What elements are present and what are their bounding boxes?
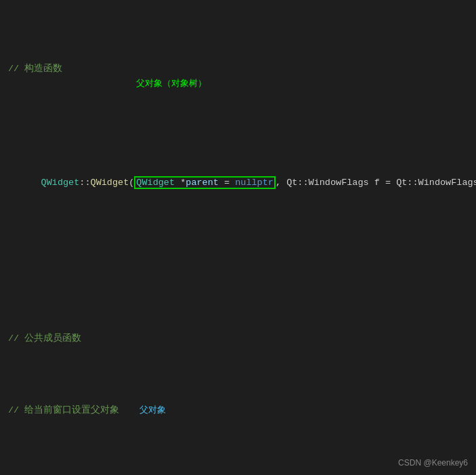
- line-public-members: // 公共成员函数: [8, 332, 468, 346]
- comment-constructor: // 构造函数: [8, 62, 62, 77]
- annotation-parent-obj: 父对象: [139, 403, 166, 417]
- line-constructor-sig: QWidget::QWidget(QWidget *parent = nullp…: [8, 162, 468, 205]
- watermark: CSDN @Keenkey6: [398, 457, 468, 470]
- comment-setparent: // 给当前窗口设置父对象: [8, 404, 119, 418]
- code-widget-constructor: QWidget::QWidget(QWidget *parent = nullp…: [8, 162, 476, 205]
- annotation-parent-obj-tree: 父对象（对象树）: [136, 78, 207, 88]
- line-constructor-comment: // 构造函数 父对象（对象树）: [8, 62, 468, 106]
- line-setparent-comment: // 给当前窗口设置父对象 父对象: [8, 403, 468, 418]
- code-area: // 构造函数 父对象（对象树） QWidget::QWidget(QWidge…: [0, 0, 476, 475]
- comment-public-members: // 公共成员函数: [8, 332, 81, 346]
- line-empty-1: [8, 262, 468, 276]
- box-parent-param: QWidget *parent = nullptr: [134, 176, 276, 189]
